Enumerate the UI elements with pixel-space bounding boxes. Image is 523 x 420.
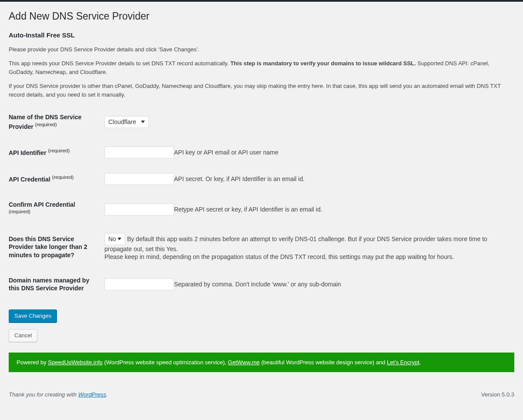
api-credential-label: API Credential (required) [9,165,100,192]
api-identifier-label-text: API Identifier [9,149,48,156]
footer-link-getwww[interactable]: GetWww.me [228,359,260,366]
propagate-hint-1: By default this app waits 2 minutes befo… [104,235,487,252]
api-identifier-input[interactable] [104,146,174,158]
api-credential-label-text: API Credential [9,176,52,183]
required-indicator: (required) [9,209,30,214]
cancel-row: Cancel [9,323,514,342]
required-indicator: (required) [52,175,74,180]
wp-admin-footer: Thank you for creating with WordPress. V… [9,383,514,406]
confirm-credential-label-text: Confirm API Credential [9,201,75,208]
wp-footer-left: Thank you for creating with WordPress. [9,391,108,398]
plugin-footer: Powered by SpeedUpWebsite.info (WordPres… [9,353,514,372]
admin-topbar [0,0,523,2]
footer-mid1: (WordPress website speed optimization se… [103,359,228,366]
footer-mid2: (beautiful WordPress website design serv… [260,359,387,366]
intro-p2-leading: This app needs your DNS Service Provider… [9,60,230,67]
footer-link-speedup[interactable]: SpeedUpWebsite.info [48,359,103,366]
intro-p2-emphasis: This step is mandatory to verify your do… [230,60,416,67]
wp-footer-period: . [106,391,108,398]
page-subtitle: Auto-Install Free SSL [9,31,514,39]
confirm-credential-hint: Retype API secret or key, if API Identif… [174,206,322,213]
footer-powered-prefix: Powered by [17,359,48,366]
required-indicator: (required) [35,122,57,127]
content-wrap: Add New DNS Service Provider Auto-Instal… [9,6,514,372]
provider-select[interactable]: Cloudflare [104,116,149,128]
api-identifier-hint: API key or API email or API user name [174,149,278,156]
provider-label: Name of the DNS Service Provider (requir… [9,104,100,139]
required-indicator: (required) [48,148,70,153]
footer-end: . [419,359,421,366]
api-credential-hint: API secret. Or key, if API Identifier is… [174,175,305,182]
wp-footer-link[interactable]: WordPress [78,391,106,398]
cancel-button[interactable]: Cancel [9,329,37,342]
api-identifier-label: API Identifier (required) [9,139,100,165]
propagate-label: Does this DNS Service Provider take long… [9,226,100,268]
propagate-select[interactable]: No [104,233,125,245]
api-credential-input[interactable] [104,173,174,185]
confirm-credential-input[interactable] [104,203,174,215]
submit-row: Save Changes [9,301,514,323]
settings-form-table: Name of the DNS Service Provider (requir… [9,104,514,301]
wp-footer-version: Version 5.0.3 [481,391,514,398]
intro-paragraph-3: If your DNS Service provider is other th… [9,82,514,99]
intro-paragraph-2: This app needs your DNS Service Provider… [9,59,514,76]
domains-hint: Separated by comma. Don't include 'www.'… [174,281,341,288]
page-title: Add New DNS Service Provider [9,6,514,25]
confirm-credential-label: Confirm API Credential (required) [9,192,100,226]
wp-footer-thank: Thank you for creating with [9,391,78,398]
domains-label: Domain names managed by this DNS Service… [9,268,100,301]
domains-input[interactable] [104,278,174,290]
footer-link-letsencrypt[interactable]: Let's Encrypt [387,359,419,366]
save-button[interactable]: Save Changes [9,309,57,323]
intro-paragraph-1: Please provide your DNS Service Provider… [9,45,514,54]
propagate-hint-2: Please keep in mind, depending on the pr… [104,253,454,260]
